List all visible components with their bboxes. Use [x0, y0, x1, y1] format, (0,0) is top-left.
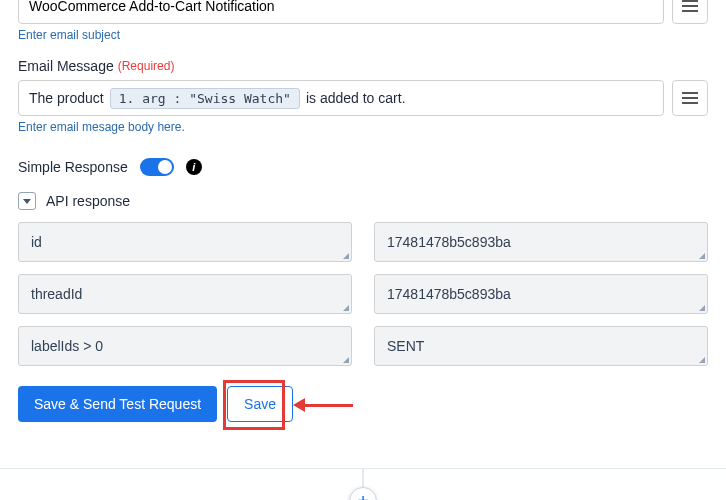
- drag-handle[interactable]: [672, 80, 708, 116]
- message-helper: Enter email mesage body here.: [18, 120, 708, 134]
- message-suffix: is added to cart.: [306, 90, 406, 106]
- drag-handle[interactable]: [672, 0, 708, 24]
- subject-helper: Enter email subject: [18, 28, 708, 42]
- email-message-label: Email Message: [18, 58, 114, 74]
- message-prefix: The product: [29, 90, 104, 106]
- api-key-cell[interactable]: id: [18, 222, 352, 262]
- chevron-down-icon: [23, 199, 31, 204]
- api-val-cell[interactable]: 17481478b5c893ba: [374, 222, 708, 262]
- annotation-arrow: [293, 398, 353, 412]
- simple-response-toggle[interactable]: [140, 158, 174, 176]
- hamburger-icon: [682, 92, 698, 104]
- api-key-cell[interactable]: threadId: [18, 274, 352, 314]
- message-variable-tag[interactable]: 1. arg : "Swiss Watch": [110, 88, 300, 109]
- save-button[interactable]: Save: [227, 386, 293, 422]
- api-val-cell[interactable]: 17481478b5c893ba: [374, 274, 708, 314]
- required-badge: (Required): [118, 59, 175, 73]
- info-icon[interactable]: i: [186, 159, 202, 175]
- api-response-label: API response: [46, 193, 130, 209]
- email-message-input[interactable]: The product 1. arg : "Swiss Watch" is ad…: [18, 80, 664, 116]
- save-send-test-button[interactable]: Save & Send Test Request: [18, 386, 217, 422]
- api-key-cell[interactable]: labelIds > 0: [18, 326, 352, 366]
- hamburger-icon: [682, 0, 698, 12]
- section-divider: +: [0, 468, 726, 469]
- add-step-button[interactable]: +: [349, 487, 377, 500]
- collapse-toggle[interactable]: [18, 192, 36, 210]
- api-val-cell[interactable]: SENT: [374, 326, 708, 366]
- simple-response-label: Simple Response: [18, 159, 128, 175]
- email-subject-input[interactable]: [18, 0, 664, 24]
